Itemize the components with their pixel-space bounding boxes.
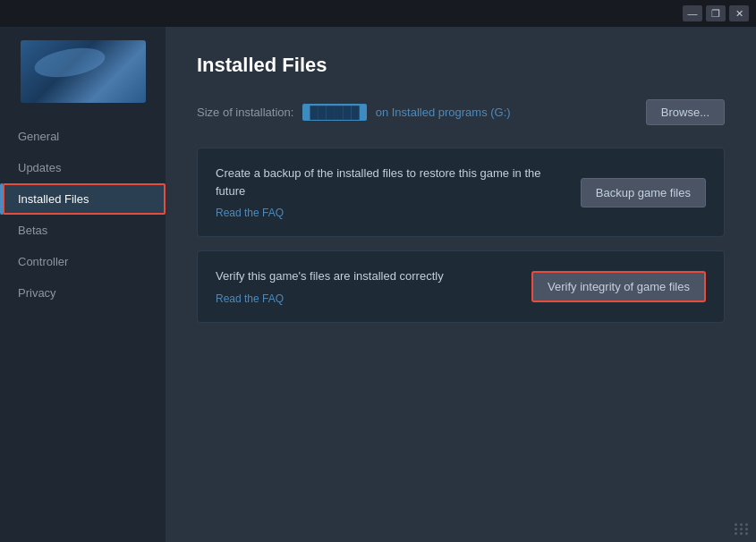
sidebar-item-general[interactable]: General <box>0 121 166 152</box>
verify-description: Verify this game's files are installed c… <box>216 267 514 285</box>
backup-faq-link[interactable]: Read the FAQ <box>216 207 284 219</box>
sidebar-nav: General Updates Installed Files Betas Co… <box>0 121 166 309</box>
content-area: Installed Files Size of installation: ██… <box>166 27 756 542</box>
backup-section: Create a backup of the installed files t… <box>197 148 725 237</box>
install-size-label: Size of installation: <box>197 106 293 119</box>
minimize-button[interactable]: — <box>683 5 702 21</box>
install-size-value: ██████ <box>302 104 366 121</box>
browse-button[interactable]: Browse... <box>646 99 725 125</box>
backup-text: Create a backup of the installed files t… <box>216 165 563 220</box>
verify-text: Verify this game's files are installed c… <box>216 267 514 306</box>
sidebar-item-installed-files[interactable]: Installed Files <box>0 183 166 215</box>
sidebar-item-privacy[interactable]: Privacy <box>0 277 166 309</box>
sidebar-item-updates[interactable]: Updates <box>0 152 166 183</box>
backup-button[interactable]: Backup game files <box>581 178 706 207</box>
restore-button[interactable]: ❐ <box>706 5 726 21</box>
sidebar: General Updates Installed Files Betas Co… <box>0 27 166 542</box>
verify-integrity-button[interactable]: Verify integrity of game files <box>531 271 706 302</box>
install-size-row: Size of installation: ██████ on Installe… <box>197 99 725 125</box>
sidebar-item-betas[interactable]: Betas <box>0 215 166 246</box>
verify-section: Verify this game's files are installed c… <box>197 250 725 323</box>
verify-faq-link[interactable]: Read the FAQ <box>216 292 284 305</box>
page-title: Installed Files <box>197 54 725 77</box>
resize-handle[interactable] <box>735 523 749 535</box>
main-layout: General Updates Installed Files Betas Co… <box>0 27 756 542</box>
game-thumbnail <box>21 40 146 103</box>
title-bar: — ❐ ✕ <box>0 0 756 27</box>
backup-description: Create a backup of the installed files t… <box>216 165 563 199</box>
install-location: on Installed programs (G:) <box>376 106 511 119</box>
close-button[interactable]: ✕ <box>729 5 749 21</box>
sidebar-item-controller[interactable]: Controller <box>0 246 166 277</box>
